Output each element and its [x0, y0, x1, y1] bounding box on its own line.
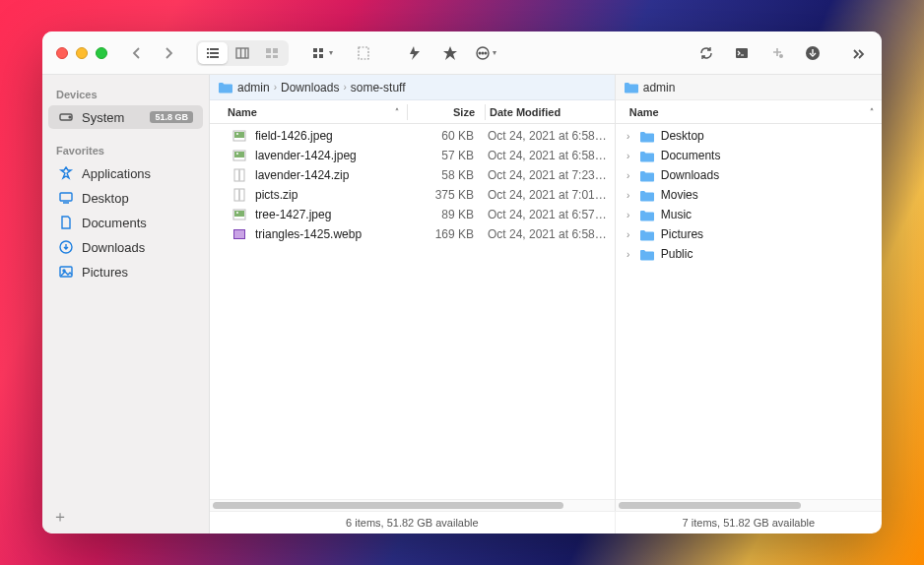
- column-header-name[interactable]: Name ˄: [210, 106, 407, 118]
- svg-rect-12: [273, 55, 278, 58]
- disclosure-triangle[interactable]: ›: [624, 229, 633, 240]
- file-row[interactable]: tree-1427.jpeg89 KBOct 24, 2021 at 6:57…: [210, 205, 615, 224]
- path-segment[interactable]: admin: [643, 81, 676, 94]
- minimize-button[interactable]: [76, 47, 88, 59]
- sidebar-item-system[interactable]: System 51.8 GB: [48, 105, 203, 129]
- disk-icon: [58, 109, 74, 125]
- new-folder-button[interactable]: [350, 41, 377, 65]
- svg-point-47: [236, 212, 238, 214]
- horizontal-scrollbar[interactable]: [210, 499, 615, 511]
- file-row[interactable]: triangles-1425.webp169 KBOct 24, 2021 at…: [210, 224, 615, 244]
- file-row[interactable]: picts.zip375 KBOct 24, 2021 at 7:01…: [210, 185, 615, 205]
- path-segment[interactable]: admin: [237, 81, 270, 94]
- svg-rect-3: [210, 52, 219, 54]
- status-bar-left: 6 items, 51.82 GB available: [210, 512, 616, 534]
- svg-rect-15: [313, 54, 317, 58]
- folder-name: Desktop: [661, 129, 704, 143]
- path-segment[interactable]: Downloads: [281, 81, 339, 94]
- svg-rect-30: [60, 193, 72, 201]
- sync-button[interactable]: [693, 41, 720, 65]
- file-row[interactable]: field-1426.jpeg60 KBOct 24, 2021 at 6:58…: [210, 126, 615, 146]
- svg-point-19: [479, 52, 481, 54]
- disk-space-badge: 51.8 GB: [150, 111, 193, 123]
- sidebar-heading-favorites: Favorites: [42, 139, 209, 160]
- toolbar: ▾ ▾: [42, 31, 882, 75]
- svg-point-29: [69, 116, 71, 118]
- sidebar-item-pictures[interactable]: Pictures: [48, 260, 203, 283]
- folder-row[interactable]: ›Documents: [616, 146, 882, 165]
- disclosure-triangle[interactable]: ›: [624, 249, 633, 260]
- toolbar-overflow-button[interactable]: [844, 41, 872, 65]
- status-bar-right: 7 items, 51.82 GB available: [616, 512, 882, 534]
- sidebar-item-desktop[interactable]: Desktop: [48, 186, 203, 210]
- column-header-name[interactable]: Name ˄: [616, 106, 882, 118]
- path-segment[interactable]: some-stuff: [351, 81, 406, 94]
- header-label: Size: [453, 106, 475, 118]
- folder-name: Documents: [661, 149, 721, 162]
- quick-actions-button[interactable]: [401, 41, 429, 65]
- content-area: admin › Downloads › some-stuff Name ˄ Si…: [210, 75, 882, 534]
- add-tag-button[interactable]: ＋: [52, 507, 68, 528]
- sidebar-item-downloads[interactable]: Downloads: [48, 235, 203, 259]
- folder-row[interactable]: ›Music: [616, 205, 882, 224]
- folder-row[interactable]: ›Movies: [616, 185, 882, 205]
- file-row[interactable]: lavender-1424.zip58 KBOct 24, 2021 at 7:…: [210, 165, 615, 185]
- connect-button[interactable]: [763, 41, 791, 65]
- column-header-row: Name ˄: [616, 100, 882, 124]
- close-button[interactable]: [56, 47, 68, 59]
- file-list-left: field-1426.jpeg60 KBOct 24, 2021 at 6:58…: [210, 124, 615, 499]
- svg-rect-9: [266, 48, 271, 53]
- disclosure-triangle[interactable]: ›: [624, 190, 633, 201]
- file-date: Oct 24, 2021 at 6:58…: [484, 227, 615, 241]
- file-icon: [231, 227, 247, 241]
- sidebar-label: Applications: [82, 166, 151, 181]
- folder-icon: [639, 150, 655, 162]
- svg-rect-10: [273, 48, 278, 53]
- folder-icon: [639, 169, 655, 182]
- chevron-right-icon: ›: [343, 82, 346, 93]
- sidebar-item-documents[interactable]: Documents: [48, 211, 203, 234]
- download-button[interactable]: [799, 41, 826, 65]
- column-header-date[interactable]: Date Modified: [486, 106, 615, 118]
- applications-icon: [58, 165, 74, 181]
- folder-row[interactable]: ›Public: [616, 244, 882, 264]
- svg-rect-6: [236, 48, 248, 58]
- file-date: Oct 24, 2021 at 7:01…: [484, 188, 615, 202]
- list-view-button[interactable]: [198, 42, 228, 64]
- forward-button[interactable]: [155, 41, 182, 65]
- folder-row[interactable]: ›Pictures: [616, 224, 882, 244]
- documents-icon: [58, 215, 74, 230]
- file-name: lavender-1424.zip: [255, 168, 349, 182]
- column-header-size[interactable]: Size: [408, 106, 485, 118]
- tags-button[interactable]: [436, 41, 464, 65]
- disclosure-triangle[interactable]: ›: [624, 131, 633, 142]
- path-bar-left[interactable]: admin › Downloads › some-stuff: [210, 75, 615, 100]
- folder-row[interactable]: ›Downloads: [616, 165, 882, 185]
- path-bar-right[interactable]: admin: [616, 75, 882, 100]
- folder-icon: [218, 80, 233, 95]
- svg-rect-13: [313, 48, 317, 52]
- header-label: Name: [629, 106, 659, 118]
- pictures-icon: [58, 264, 74, 280]
- folder-row[interactable]: ›Desktop: [616, 126, 882, 146]
- zoom-button[interactable]: [96, 47, 107, 59]
- header-label: Date Modified: [490, 106, 561, 118]
- group-by-button[interactable]: ▾: [308, 41, 336, 65]
- svg-rect-46: [234, 211, 244, 217]
- column-view-button[interactable]: [228, 42, 257, 64]
- column-header-row: Name ˄ Size Date Modified: [210, 100, 615, 124]
- sidebar-item-applications[interactable]: Applications: [48, 161, 203, 185]
- svg-rect-22: [736, 48, 748, 58]
- view-mode-segment: [196, 40, 289, 66]
- disclosure-triangle[interactable]: ›: [624, 210, 633, 220]
- terminal-button[interactable]: [728, 41, 756, 65]
- file-list-right: ›Desktop›Documents›Downloads›Movies›Musi…: [616, 124, 882, 499]
- back-button[interactable]: [123, 41, 151, 65]
- horizontal-scrollbar[interactable]: [616, 499, 882, 511]
- file-icon: [231, 149, 247, 162]
- more-button[interactable]: ▾: [472, 41, 499, 65]
- file-row[interactable]: lavender-1424.jpeg57 KBOct 24, 2021 at 6…: [210, 146, 615, 165]
- disclosure-triangle[interactable]: ›: [624, 151, 633, 161]
- gallery-view-button[interactable]: [257, 42, 287, 64]
- disclosure-triangle[interactable]: ›: [624, 170, 633, 181]
